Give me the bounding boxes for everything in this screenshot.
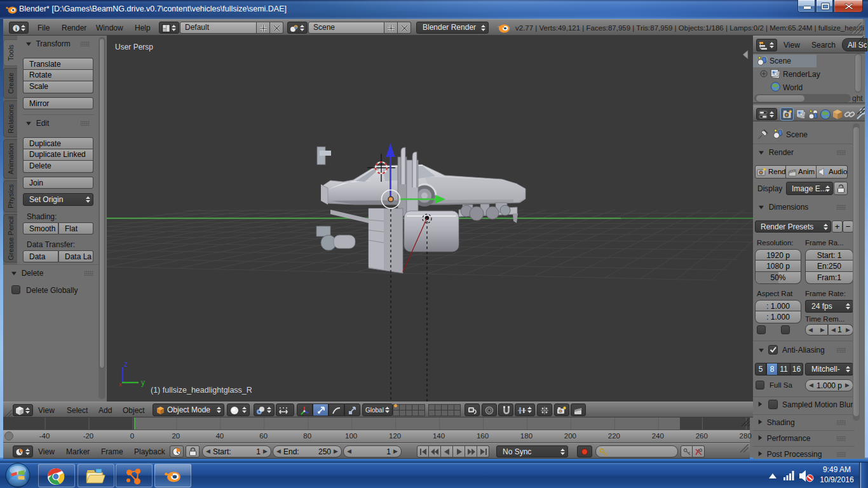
svg-text:(1) fullsize_headlightglass_R: (1) fullsize_headlightglass_R: [151, 386, 252, 395]
svg-text:z: z: [124, 360, 128, 369]
svg-text:y: y: [141, 378, 145, 387]
svg-text:x: x: [119, 381, 122, 388]
svg-text:User Persp: User Persp: [115, 43, 153, 51]
